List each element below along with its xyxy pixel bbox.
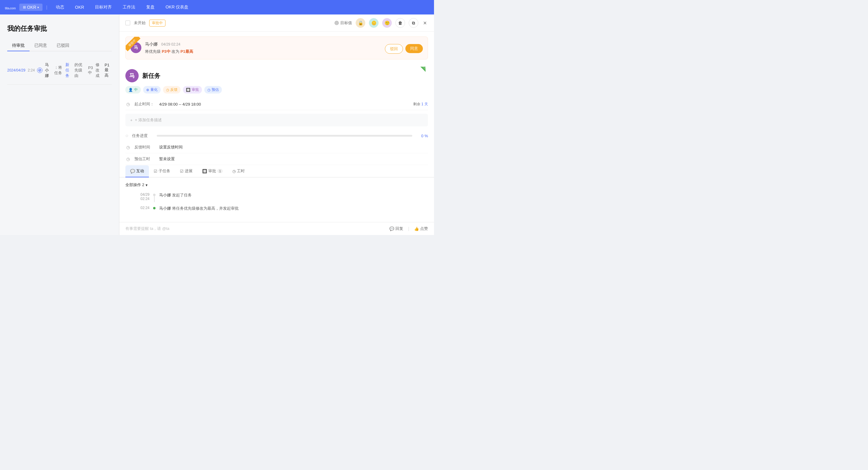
review-actions: 驳回 同意	[385, 44, 423, 54]
target-value-label[interactable]: 目标值	[334, 20, 352, 26]
tag-feedback-icon: ◷	[166, 88, 169, 92]
activity-date: 2024/04/29	[7, 68, 25, 72]
tag-feedback[interactable]: ◷ 反馈	[163, 86, 181, 93]
comment-input[interactable]: 有事需要提醒 ta，请 @ta	[125, 226, 390, 231]
okr-dropdown-button[interactable]: ⊞ OKR ▾	[19, 4, 42, 11]
activity-status-icon	[37, 67, 42, 73]
like-button[interactable]: 👍 点赞	[414, 226, 428, 231]
review-banner: 审批中	[126, 37, 141, 53]
progress-row: ○ 任务进度 0 %	[125, 130, 428, 142]
feedback-value[interactable]: 设置反馈时间	[159, 145, 183, 150]
nav-item-review[interactable]: 复盘	[141, 3, 159, 11]
page-title: 我的任务审批	[7, 24, 112, 33]
log-dot-col-1	[153, 193, 156, 202]
tag-estimate[interactable]: ◷ 预估	[204, 86, 222, 93]
status-area: 未开始 审批中	[125, 20, 165, 27]
progress-bar-background[interactable]	[157, 135, 412, 137]
estimate-row: ◷ 预估工时 暂未设置	[125, 153, 428, 165]
log-line-1	[154, 196, 155, 202]
nav-separator: |	[46, 5, 47, 10]
right-panel: 未开始 审批中 目标值 🔒 🪙 🙂 🗑 ⧉ × 审批中 马	[119, 14, 434, 235]
nav-item-dashboard[interactable]: OKR 仪表盘	[161, 3, 193, 11]
reply-button[interactable]: 💬 回复	[390, 226, 403, 231]
rp-header: 未开始 审批中 目标值 🔒 🪙 🙂 🗑 ⧉ ×	[119, 14, 434, 32]
nav-item-activity[interactable]: 动态	[51, 3, 69, 11]
bottom-actions: 💬 回复 | 👍 点赞	[390, 226, 428, 231]
task-tags: 👤 中 ⊕ 量化 ◷ 反馈 🔲 审批 ◷ 预估	[125, 86, 428, 93]
feedback-label: 反馈时间	[134, 145, 156, 150]
progress-percentage: 0 %	[416, 134, 428, 138]
status-checkbox[interactable]	[125, 21, 130, 25]
dropdown-arrow-icon: ▾	[146, 183, 148, 187]
copy-button[interactable]: ⧉	[409, 18, 418, 28]
toolbar: 目标值 🔒 🪙 🙂 🗑 ⧉ ×	[334, 18, 428, 28]
plus-icon: +	[130, 118, 133, 122]
tab-pending[interactable]: 待审批	[7, 40, 30, 51]
progress-label: 任务进度	[132, 133, 153, 139]
log-content-2: 马小娜 将任务优先级修改为最高，并发起审批	[159, 206, 428, 213]
approval-count-badge: 1	[217, 169, 223, 173]
tab-rejected[interactable]: 已驳回	[52, 40, 74, 51]
review-meta: 马小娜 04/29 02:24	[145, 41, 385, 47]
activity-row[interactable]: 2024/04/29 2:24 马小娜 ：将任务 新任务 的优先级由 P3中 修…	[7, 59, 112, 82]
chat-icon: 💬	[130, 169, 135, 173]
btab-subtask[interactable]: ☑ 子任务	[149, 165, 175, 177]
tag-priority[interactable]: 👤 中	[125, 86, 141, 93]
feedback-clock-icon: ◷	[125, 145, 131, 150]
log-content-1: 马小娜 发起了任务	[159, 193, 428, 202]
btab-progress[interactable]: ☑ 进展	[175, 165, 197, 177]
time-row: ◷ 起止时间： 4/29 08:00 -- 4/29 18:00 剩余 1 天	[125, 98, 428, 110]
activity-from: P3中	[88, 65, 93, 76]
btab-approval[interactable]: 🔲 审批 1	[197, 165, 227, 177]
approve-button[interactable]: 同意	[405, 44, 423, 53]
btab-workhours[interactable]: ◷ 工时	[227, 165, 250, 177]
review-content: 马小娜 04/29 02:24 将优先级 P3中 改为 P1最高	[145, 41, 385, 54]
log-date-1: 04/29 02:24	[125, 193, 150, 202]
activity-actor: 马小娜	[45, 62, 52, 79]
activity-time: 2:24	[28, 68, 35, 72]
reject-button[interactable]: 驳回	[385, 44, 403, 54]
all-operations-toggle[interactable]: 全部操作 2 ▾	[125, 182, 428, 188]
nav-item-okr[interactable]: OKR	[70, 4, 89, 11]
task-header: 马 新任务 未开始	[125, 64, 428, 86]
bottom-bar: 有事需要提醒 ta，请 @ta 💬 回复 | 👍 点赞	[119, 222, 434, 235]
activity-change-pre: 的优先级由	[74, 62, 86, 79]
estimate-value[interactable]: 暂未设置	[159, 156, 175, 162]
left-panel: 我的任务审批 待审批 已同意 已驳回 2024/04/29 2:24 马小娜 ：…	[0, 14, 119, 235]
log-dot-2	[153, 207, 156, 209]
tab-approved[interactable]: 已同意	[30, 40, 52, 51]
estimate-label: 预估工时	[134, 156, 156, 162]
nav-item-alignment[interactable]: 目标对齐	[90, 3, 117, 11]
log-dot-col-2	[153, 206, 156, 213]
bottom-tabs: 💬 互动 ☑ 子任务 ☑ 进展 🔲 审批 1 ◷ 工时	[119, 165, 434, 177]
activity-task-link[interactable]: 新任务	[65, 62, 72, 79]
tag-review[interactable]: 🔲 审批	[183, 86, 202, 93]
log-dot-1	[153, 194, 156, 196]
reviewer-name: 马小娜	[145, 41, 158, 47]
not-started-corner: 未开始	[409, 67, 426, 84]
tab-bar: 待审批 已同意 已驳回	[7, 40, 112, 51]
tag-priority-icon: 👤	[128, 88, 133, 92]
close-button[interactable]: ×	[422, 19, 428, 28]
nav-item-workmethod[interactable]: 工作法	[118, 3, 140, 11]
progress-icon: ○	[125, 133, 128, 139]
tag-estimate-icon: ◷	[207, 88, 210, 92]
coin-button[interactable]: 🪙	[369, 18, 378, 28]
tag-quantify[interactable]: ⊕ 量化	[143, 86, 161, 93]
task-detail: 马 新任务 未开始 👤 中 ⊕ 量化 ◷ 反馈	[119, 64, 434, 165]
trash-button[interactable]: 🗑	[396, 18, 405, 28]
add-description-button[interactable]: + + 添加任务描述	[125, 114, 428, 126]
task-avatar: 马	[125, 69, 138, 82]
like-icon: 👍	[414, 227, 419, 231]
lock-button[interactable]: 🔒	[355, 18, 365, 28]
face-button[interactable]: 🙂	[382, 18, 392, 28]
workhours-icon: ◷	[232, 169, 236, 173]
activity-to: P1最高	[104, 63, 112, 78]
target-icon	[334, 21, 339, 25]
btab-interaction[interactable]: 💬 互动	[125, 165, 149, 177]
header: tita.com ⊞ OKR ▾ | 动态 OKR 目标对齐 工作法 复盘 OK…	[0, 0, 434, 14]
time-value[interactable]: 4/29 08:00 -- 4/29 18:00	[159, 102, 201, 107]
log-entry-1: 04/29 02:24 马小娜 发起了任务	[125, 193, 428, 202]
activity-action: ：将任务	[54, 65, 63, 76]
subtask-icon: ☑	[154, 169, 157, 173]
